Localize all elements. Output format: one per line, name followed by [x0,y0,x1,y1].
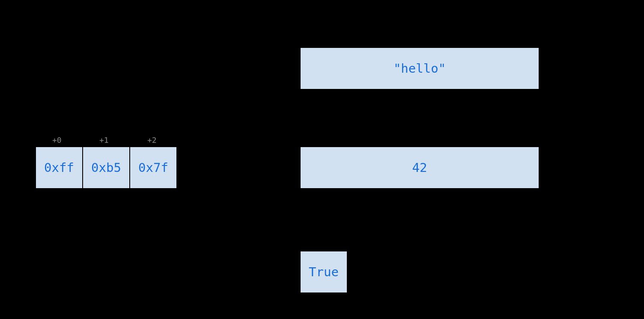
byte-offset-2: +2 [147,136,157,145]
byte-cell-2: 0x7f [129,146,177,189]
string-object-box: "hello" [300,47,540,90]
byte-cell-1: 0xb5 [82,146,130,189]
byte-cell-0: 0xff [35,146,83,189]
string-object-value: "hello" [394,61,446,76]
int-object-box: 42 [300,146,540,189]
byte-value-1: 0xb5 [91,160,121,175]
byte-offset-0: +0 [52,136,62,145]
byte-value-2: 0x7f [138,160,168,175]
bool-object-box: True [300,251,348,293]
bool-object-value: True [309,265,339,279]
byte-offset-1: +1 [99,136,109,145]
int-object-value: 42 [412,160,427,175]
byte-value-0: 0xff [44,160,74,175]
